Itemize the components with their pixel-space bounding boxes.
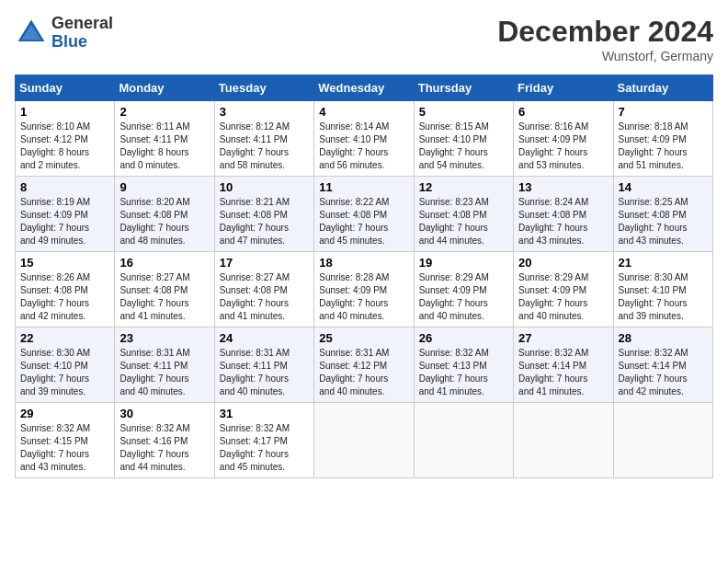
- logo-icon: [15, 17, 48, 50]
- day-number: 26: [419, 331, 508, 345]
- logo: General Blue: [15, 15, 113, 52]
- empty-cell: [314, 403, 414, 478]
- day-info: Sunrise: 8:32 AM Sunset: 4:14 PM Dayligh…: [518, 347, 608, 398]
- day-cell-7: 7Sunrise: 8:18 AM Sunset: 4:09 PM Daylig…: [613, 101, 712, 177]
- day-cell-28: 28Sunrise: 8:32 AM Sunset: 4:14 PM Dayli…: [613, 327, 712, 403]
- day-cell-23: 23Sunrise: 8:31 AM Sunset: 4:11 PM Dayli…: [115, 327, 214, 403]
- day-number: 4: [319, 105, 408, 119]
- day-info: Sunrise: 8:27 AM Sunset: 4:08 PM Dayligh…: [220, 271, 309, 323]
- day-number: 3: [220, 105, 309, 119]
- day-info: Sunrise: 8:29 AM Sunset: 4:09 PM Dayligh…: [419, 271, 508, 323]
- empty-cell: [613, 403, 712, 478]
- day-number: 1: [20, 105, 109, 119]
- day-cell-13: 13Sunrise: 8:24 AM Sunset: 4:08 PM Dayli…: [514, 177, 613, 252]
- day-cell-5: 5Sunrise: 8:15 AM Sunset: 4:10 PM Daylig…: [414, 101, 513, 177]
- week-row-4: 22Sunrise: 8:30 AM Sunset: 4:10 PM Dayli…: [16, 327, 713, 403]
- day-info: Sunrise: 8:23 AM Sunset: 4:08 PM Dayligh…: [419, 196, 508, 247]
- day-info: Sunrise: 8:18 AM Sunset: 4:09 PM Dayligh…: [619, 121, 708, 172]
- day-info: Sunrise: 8:21 AM Sunset: 4:08 PM Dayligh…: [220, 196, 309, 247]
- day-number: 20: [518, 256, 608, 270]
- day-info: Sunrise: 8:11 AM Sunset: 4:11 PM Dayligh…: [119, 121, 209, 172]
- day-info: Sunrise: 8:19 AM Sunset: 4:09 PM Dayligh…: [20, 196, 109, 247]
- day-cell-29: 29Sunrise: 8:32 AM Sunset: 4:15 PM Dayli…: [16, 403, 115, 478]
- day-number: 19: [419, 256, 508, 270]
- day-cell-25: 25Sunrise: 8:31 AM Sunset: 4:12 PM Dayli…: [314, 327, 414, 403]
- day-header-tuesday: Tuesday: [214, 75, 313, 101]
- day-cell-27: 27Sunrise: 8:32 AM Sunset: 4:14 PM Dayli…: [514, 327, 613, 403]
- day-info: Sunrise: 8:32 AM Sunset: 4:17 PM Dayligh…: [220, 422, 309, 474]
- day-cell-18: 18Sunrise: 8:28 AM Sunset: 4:09 PM Dayli…: [314, 252, 414, 327]
- calendar: SundayMondayTuesdayWednesdayThursdayFrid…: [15, 75, 713, 478]
- empty-cell: [414, 403, 513, 478]
- day-info: Sunrise: 8:31 AM Sunset: 4:11 PM Dayligh…: [119, 347, 209, 398]
- day-info: Sunrise: 8:26 AM Sunset: 4:08 PM Dayligh…: [20, 271, 109, 323]
- day-cell-1: 1Sunrise: 8:10 AM Sunset: 4:12 PM Daylig…: [16, 101, 115, 177]
- day-header-sunday: Sunday: [16, 75, 115, 101]
- day-cell-21: 21Sunrise: 8:30 AM Sunset: 4:10 PM Dayli…: [613, 252, 712, 327]
- logo-text: General Blue: [51, 15, 113, 52]
- day-number: 7: [619, 105, 708, 119]
- day-number: 28: [619, 331, 708, 345]
- day-info: Sunrise: 8:12 AM Sunset: 4:11 PM Dayligh…: [220, 121, 309, 172]
- day-header-friday: Friday: [514, 75, 613, 101]
- day-number: 12: [419, 180, 508, 194]
- day-cell-8: 8Sunrise: 8:19 AM Sunset: 4:09 PM Daylig…: [16, 177, 115, 252]
- day-info: Sunrise: 8:31 AM Sunset: 4:12 PM Dayligh…: [319, 347, 408, 398]
- title-block: December 2024 Wunstorf, Germany: [497, 15, 713, 63]
- day-cell-15: 15Sunrise: 8:26 AM Sunset: 4:08 PM Dayli…: [16, 252, 115, 327]
- day-number: 31: [220, 407, 309, 420]
- day-cell-12: 12Sunrise: 8:23 AM Sunset: 4:08 PM Dayli…: [414, 177, 513, 252]
- empty-cell: [514, 403, 613, 478]
- day-number: 8: [20, 180, 109, 194]
- day-info: Sunrise: 8:32 AM Sunset: 4:15 PM Dayligh…: [20, 422, 109, 474]
- day-info: Sunrise: 8:14 AM Sunset: 4:10 PM Dayligh…: [319, 121, 408, 172]
- day-info: Sunrise: 8:10 AM Sunset: 4:12 PM Dayligh…: [20, 121, 109, 172]
- day-header-monday: Monday: [115, 75, 214, 101]
- day-cell-4: 4Sunrise: 8:14 AM Sunset: 4:10 PM Daylig…: [314, 101, 414, 177]
- day-cell-3: 3Sunrise: 8:12 AM Sunset: 4:11 PM Daylig…: [214, 101, 313, 177]
- day-cell-16: 16Sunrise: 8:27 AM Sunset: 4:08 PM Dayli…: [115, 252, 214, 327]
- day-info: Sunrise: 8:15 AM Sunset: 4:10 PM Dayligh…: [419, 121, 508, 172]
- day-number: 13: [518, 180, 608, 194]
- week-row-5: 29Sunrise: 8:32 AM Sunset: 4:15 PM Dayli…: [16, 403, 713, 478]
- day-number: 11: [319, 180, 408, 194]
- page-header: General Blue December 2024 Wunstorf, Ger…: [15, 15, 713, 63]
- day-info: Sunrise: 8:20 AM Sunset: 4:08 PM Dayligh…: [119, 196, 209, 247]
- day-info: Sunrise: 8:32 AM Sunset: 4:14 PM Dayligh…: [619, 347, 708, 398]
- day-cell-26: 26Sunrise: 8:32 AM Sunset: 4:13 PM Dayli…: [414, 327, 513, 403]
- day-number: 23: [119, 331, 209, 345]
- day-number: 14: [619, 180, 708, 194]
- day-cell-10: 10Sunrise: 8:21 AM Sunset: 4:08 PM Dayli…: [214, 177, 313, 252]
- week-row-2: 8Sunrise: 8:19 AM Sunset: 4:09 PM Daylig…: [16, 177, 713, 252]
- day-cell-2: 2Sunrise: 8:11 AM Sunset: 4:11 PM Daylig…: [115, 101, 214, 177]
- location: Wunstorf, Germany: [497, 49, 713, 63]
- day-header-saturday: Saturday: [613, 75, 712, 101]
- day-info: Sunrise: 8:16 AM Sunset: 4:09 PM Dayligh…: [518, 121, 608, 172]
- day-header-thursday: Thursday: [414, 75, 513, 101]
- day-info: Sunrise: 8:31 AM Sunset: 4:11 PM Dayligh…: [220, 347, 309, 398]
- day-info: Sunrise: 8:32 AM Sunset: 4:13 PM Dayligh…: [419, 347, 508, 398]
- day-cell-24: 24Sunrise: 8:31 AM Sunset: 4:11 PM Dayli…: [214, 327, 313, 403]
- day-info: Sunrise: 8:27 AM Sunset: 4:08 PM Dayligh…: [119, 271, 209, 323]
- day-number: 25: [319, 331, 408, 345]
- day-number: 22: [20, 331, 109, 345]
- day-cell-31: 31Sunrise: 8:32 AM Sunset: 4:17 PM Dayli…: [214, 403, 313, 478]
- day-number: 24: [220, 331, 309, 345]
- day-cell-17: 17Sunrise: 8:27 AM Sunset: 4:08 PM Dayli…: [214, 252, 313, 327]
- day-cell-19: 19Sunrise: 8:29 AM Sunset: 4:09 PM Dayli…: [414, 252, 513, 327]
- day-header-wednesday: Wednesday: [314, 75, 414, 101]
- day-info: Sunrise: 8:30 AM Sunset: 4:10 PM Dayligh…: [20, 347, 109, 398]
- day-cell-6: 6Sunrise: 8:16 AM Sunset: 4:09 PM Daylig…: [514, 101, 613, 177]
- day-info: Sunrise: 8:25 AM Sunset: 4:08 PM Dayligh…: [619, 196, 708, 247]
- day-info: Sunrise: 8:29 AM Sunset: 4:09 PM Dayligh…: [518, 271, 608, 323]
- day-cell-22: 22Sunrise: 8:30 AM Sunset: 4:10 PM Dayli…: [16, 327, 115, 403]
- day-number: 15: [20, 256, 109, 270]
- day-info: Sunrise: 8:22 AM Sunset: 4:08 PM Dayligh…: [319, 196, 408, 247]
- week-row-1: 1Sunrise: 8:10 AM Sunset: 4:12 PM Daylig…: [16, 101, 713, 177]
- day-info: Sunrise: 8:32 AM Sunset: 4:16 PM Dayligh…: [119, 422, 209, 474]
- day-info: Sunrise: 8:30 AM Sunset: 4:10 PM Dayligh…: [619, 271, 708, 323]
- day-number: 21: [619, 256, 708, 270]
- day-cell-9: 9Sunrise: 8:20 AM Sunset: 4:08 PM Daylig…: [115, 177, 214, 252]
- day-number: 9: [119, 180, 209, 194]
- week-row-3: 15Sunrise: 8:26 AM Sunset: 4:08 PM Dayli…: [16, 252, 713, 327]
